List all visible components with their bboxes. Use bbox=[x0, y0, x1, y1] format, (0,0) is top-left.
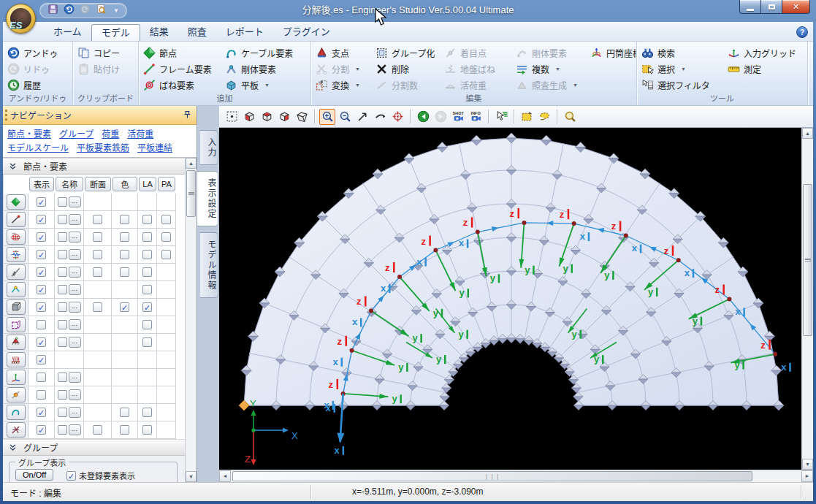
pin-icon[interactable] bbox=[183, 110, 192, 120]
local-axes-button[interactable] bbox=[7, 370, 26, 385]
nav-link-平板連結[interactable]: 平板連結 bbox=[137, 142, 172, 155]
scroll-right-icon[interactable]: ► bbox=[801, 470, 813, 482]
ellipsis-button[interactable]: … bbox=[69, 267, 81, 278]
history-button[interactable]: 履歴 bbox=[3, 77, 70, 93]
checkbox[interactable] bbox=[161, 232, 171, 242]
checkbox[interactable] bbox=[58, 320, 67, 329]
edit-division-count-button[interactable]: 分割数 bbox=[371, 77, 440, 93]
checkbox[interactable] bbox=[37, 373, 46, 382]
edit-ground-spring-button[interactable]: 地盤ばね bbox=[440, 61, 511, 77]
tool-input-grid-button[interactable]: 入力グリッド bbox=[723, 45, 805, 61]
checkbox[interactable] bbox=[142, 285, 152, 294]
edit-live-load-button[interactable]: 活荷重 bbox=[440, 77, 511, 93]
tool-select-filter-button[interactable]: 選択フィルタ bbox=[637, 77, 723, 93]
checkbox[interactable] bbox=[58, 337, 67, 347]
view-wireframe-button[interactable] bbox=[294, 109, 310, 125]
tab-ホーム[interactable]: ホーム bbox=[44, 24, 91, 41]
pick-select-button[interactable] bbox=[493, 109, 509, 125]
ellipsis-button[interactable]: … bbox=[69, 284, 81, 295]
rigid-element-button[interactable] bbox=[7, 422, 26, 438]
column-header-名称[interactable]: 名称 bbox=[56, 177, 83, 191]
checkbox[interactable] bbox=[120, 408, 129, 417]
model-canvas[interactable]: yzxyzxyzxyzxyzxyzxyzyzxyzxyzxyzxyzxyyyyx… bbox=[219, 128, 801, 470]
checkbox[interactable] bbox=[58, 267, 67, 277]
copy-button[interactable]: コピー bbox=[73, 45, 136, 61]
zoom-in-button[interactable] bbox=[319, 109, 335, 125]
paste-button[interactable]: 貼付け bbox=[73, 61, 136, 77]
checkbox[interactable] bbox=[58, 197, 67, 207]
ellipsis-button[interactable]: … bbox=[69, 249, 81, 260]
dropdown-arrow-icon[interactable]: ▼ bbox=[264, 83, 270, 88]
edit-check-generate-button[interactable]: 照査生成▼ bbox=[511, 77, 586, 93]
checkbox[interactable] bbox=[58, 285, 67, 294]
checkbox[interactable] bbox=[93, 267, 102, 277]
edit-convert-button[interactable]: 変換▼ bbox=[311, 77, 371, 93]
dropdown-arrow-icon[interactable]: ▼ bbox=[355, 66, 360, 72]
qat-more-button[interactable]: ▼ bbox=[113, 7, 119, 14]
chevron-double-down-icon[interactable] bbox=[9, 163, 17, 170]
scroll-down-icon[interactable]: ▼ bbox=[186, 471, 197, 482]
checkbox[interactable] bbox=[142, 337, 152, 347]
nav-link-荷重[interactable]: 荷重 bbox=[102, 129, 119, 141]
edit-group-button[interactable]: グループ化 bbox=[371, 45, 440, 61]
checkbox-checked[interactable]: ✓ bbox=[37, 355, 46, 364]
rigid-link-button[interactable] bbox=[7, 282, 26, 297]
nav-link-平板要素鉄筋[interactable]: 平板要素鉄筋 bbox=[77, 142, 129, 155]
checkbox[interactable] bbox=[120, 232, 129, 242]
screenshot-button[interactable]: SHOT bbox=[450, 109, 466, 125]
maximize-button[interactable] bbox=[761, 0, 782, 14]
cable-element-button[interactable] bbox=[7, 405, 26, 420]
marquee-select-button[interactable] bbox=[224, 109, 240, 125]
checkbox[interactable] bbox=[142, 320, 152, 329]
add-rigid-element-button[interactable]: 剛体要素 bbox=[221, 61, 308, 77]
checkbox[interactable] bbox=[58, 250, 67, 259]
checkbox[interactable] bbox=[58, 215, 67, 224]
checkbox[interactable] bbox=[142, 408, 152, 417]
spring-mat-button[interactable] bbox=[7, 229, 26, 245]
nav-link-活荷重[interactable]: 活荷重 bbox=[127, 129, 153, 141]
checkbox[interactable] bbox=[37, 320, 46, 329]
checkbox[interactable] bbox=[93, 232, 102, 242]
screen-info-button[interactable]: INFO bbox=[468, 109, 484, 125]
title-bar[interactable]: 分解後.es - Engineer's Studio Ver.5.00.04 U… bbox=[0, 0, 816, 22]
checkbox[interactable] bbox=[58, 408, 67, 417]
checkbox[interactable] bbox=[58, 425, 67, 435]
checkbox[interactable] bbox=[120, 267, 129, 277]
preview-zoom-button[interactable] bbox=[562, 109, 578, 125]
checkbox[interactable] bbox=[142, 250, 152, 259]
edit-cylindrical-coords-button[interactable]: 円筒座標 bbox=[586, 45, 634, 61]
ellipsis-button[interactable]: … bbox=[69, 196, 81, 207]
dropdown-arrow-icon[interactable]: ▼ bbox=[681, 66, 686, 72]
add-plate-button[interactable]: 平板▼ bbox=[221, 77, 308, 93]
support-button[interactable] bbox=[7, 335, 26, 350]
tab-照査[interactable]: 照査 bbox=[178, 24, 216, 41]
add-node-button[interactable]: 節点 bbox=[139, 45, 221, 61]
scroll-down-icon[interactable]: ▼ bbox=[802, 459, 813, 470]
plate-outline-button[interactable] bbox=[7, 317, 26, 332]
edit-delete-button[interactable]: 削除 bbox=[371, 61, 440, 77]
add-frame-element-button[interactable]: フレーム要素 bbox=[139, 61, 221, 77]
save-button[interactable] bbox=[47, 4, 58, 18]
checkbox[interactable] bbox=[120, 425, 129, 435]
tab-プラグイン[interactable]: プラグイン bbox=[273, 24, 340, 41]
orbit-button[interactable] bbox=[372, 109, 388, 125]
redo-button[interactable]: リドゥ bbox=[3, 61, 70, 77]
checkbox[interactable] bbox=[142, 267, 152, 277]
lasso-select-button[interactable] bbox=[536, 109, 552, 125]
section-header[interactable]: グループ bbox=[3, 439, 185, 456]
spring-element-button[interactable] bbox=[7, 264, 26, 280]
edit-focus-point-button[interactable]: 着目点 bbox=[440, 45, 511, 61]
navigation-scrollbar[interactable]: ▲ ▼ bbox=[185, 158, 197, 482]
scroll-left-icon[interactable]: ◄ bbox=[219, 470, 231, 482]
tool-measure-button[interactable]: 測定 bbox=[723, 61, 805, 77]
side-tab-表示設定[interactable]: 表示設定 bbox=[197, 171, 218, 226]
undo-button[interactable]: アンドゥ bbox=[3, 45, 70, 61]
column-header-表示[interactable]: 表示 bbox=[29, 177, 54, 191]
spring-assembly-button[interactable] bbox=[7, 247, 26, 262]
checkbox[interactable] bbox=[161, 215, 171, 224]
checkbox[interactable] bbox=[58, 390, 67, 400]
redo-button[interactable] bbox=[80, 4, 91, 18]
checkbox-checked[interactable]: ✓ bbox=[37, 425, 46, 435]
checkbox-checked[interactable]: ✓ bbox=[37, 250, 46, 259]
checkbox[interactable] bbox=[37, 390, 46, 400]
